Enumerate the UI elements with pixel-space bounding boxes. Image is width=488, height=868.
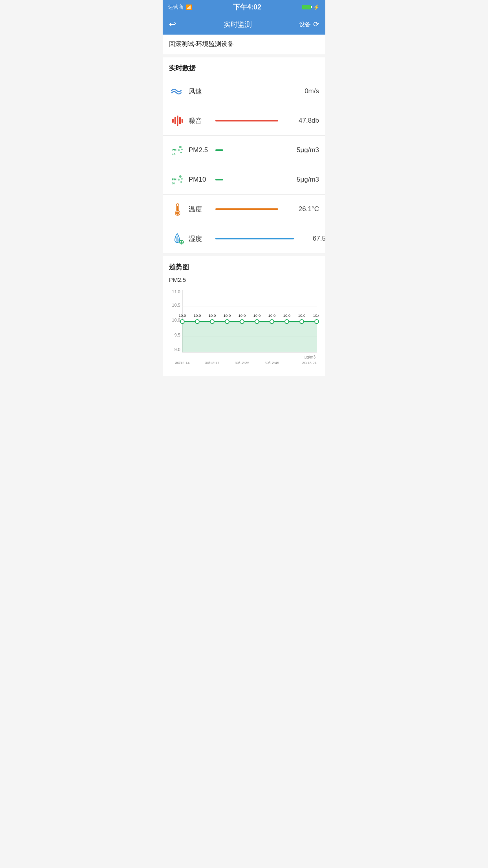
svg-point-41 <box>225 320 229 324</box>
status-bar: 运营商 📶 下午4:02 ⚡ <box>163 0 325 14</box>
svg-text:30/13:21: 30/13:21 <box>302 360 317 365</box>
label-temperature: 温度 <box>189 205 209 214</box>
pm25-chart: 11.0 10.5 10.0 9.5 9.0 10.0 10.0 <box>169 286 319 373</box>
dash-container-pm10 <box>215 179 281 180</box>
svg-text:10.0: 10.0 <box>179 313 186 318</box>
svg-text:10: 10 <box>172 182 175 185</box>
header: ↩ 实时监测 设备 ⟳ <box>163 14 325 35</box>
bar-container-humidity <box>215 238 294 239</box>
label-noise: 噪音 <box>189 116 209 125</box>
back-button[interactable]: ↩ <box>169 19 176 29</box>
svg-point-49 <box>285 320 289 324</box>
data-rows: 风速 0m/s 噪音 47.8db PM 2.5 PM2.5 5μg/m3 PM… <box>163 77 325 253</box>
status-left: 运营商 📶 <box>168 4 192 11</box>
svg-rect-2 <box>177 116 178 126</box>
svg-point-53 <box>315 320 319 324</box>
dash-container-pm25 <box>215 149 281 151</box>
svg-text:30/12:17: 30/12:17 <box>205 360 220 365</box>
header-title: 实时监测 <box>224 20 252 29</box>
realtime-section-label: 实时数据 <box>169 64 196 72</box>
status-right: ⚡ <box>302 4 320 10</box>
icon-humidity <box>169 230 185 247</box>
bar-container-temperature <box>215 208 281 210</box>
value-temperature: 26.1°C <box>288 205 319 213</box>
svg-point-35 <box>180 320 184 324</box>
svg-point-14 <box>181 178 183 180</box>
svg-text:10.5: 10.5 <box>172 303 180 307</box>
svg-text:10.0: 10.0 <box>194 313 201 318</box>
svg-point-9 <box>178 149 180 151</box>
svg-point-39 <box>210 320 214 324</box>
svg-point-8 <box>181 149 183 150</box>
svg-text:10.0: 10.0 <box>313 313 319 318</box>
wifi-icon: 📶 <box>186 4 192 10</box>
value-humidity: 67.5% <box>300 235 325 243</box>
svg-text:μg/m3: μg/m3 <box>305 355 316 359</box>
svg-text:30/12:45: 30/12:45 <box>265 360 279 365</box>
svg-text:11.0: 11.0 <box>172 289 180 294</box>
svg-marker-34 <box>182 322 317 352</box>
label-pm25: PM2.5 <box>189 146 209 154</box>
data-row-temperature[interactable]: 温度 26.1°C <box>163 195 325 224</box>
svg-text:30/12:14: 30/12:14 <box>175 360 190 365</box>
svg-text:30/12:35: 30/12:35 <box>235 360 250 365</box>
label-pm10: PM10 <box>189 176 209 184</box>
bar-noise <box>215 120 278 121</box>
svg-point-37 <box>195 320 199 324</box>
icon-temperature <box>169 201 185 217</box>
data-row-wind[interactable]: 风速 0m/s <box>163 77 325 106</box>
trend-section-title: 趋势图 <box>169 263 319 272</box>
value-wind: 0m/s <box>288 87 319 95</box>
icon-pm10: PM 10 <box>169 171 185 188</box>
svg-text:10.0: 10.0 <box>268 313 276 318</box>
svg-point-51 <box>300 320 304 324</box>
svg-point-47 <box>270 320 274 324</box>
svg-text:9.0: 9.0 <box>174 347 180 352</box>
svg-text:10.0: 10.0 <box>298 313 306 318</box>
svg-point-45 <box>255 320 259 324</box>
data-row-noise[interactable]: 噪音 47.8db <box>163 106 325 136</box>
svg-text:9.5: 9.5 <box>174 333 180 337</box>
svg-point-7 <box>179 146 182 148</box>
bar-humidity <box>215 238 294 239</box>
chart-container: 11.0 10.5 10.0 9.5 9.0 10.0 10.0 <box>169 286 319 373</box>
data-row-pm25[interactable]: PM 2.5 PM2.5 5μg/m3 <box>163 136 325 165</box>
charging-icon: ⚡ <box>313 4 320 10</box>
trend-section: 趋势图 PM2.5 11.0 10.5 10.0 9.5 9.0 10.0 <box>163 256 325 376</box>
value-pm10: 5μg/m3 <box>288 176 319 184</box>
svg-rect-0 <box>172 119 174 123</box>
icon-wind <box>169 83 185 99</box>
svg-rect-1 <box>174 117 176 124</box>
svg-text:10.0: 10.0 <box>253 313 261 318</box>
back-arrow-icon: ↩ <box>169 19 176 29</box>
realtime-section-header: 实时数据 <box>163 57 325 77</box>
svg-text:PM: PM <box>172 148 176 152</box>
bar-temperature <box>215 208 278 210</box>
value-pm25: 5μg/m3 <box>288 146 319 154</box>
svg-point-13 <box>179 175 182 178</box>
refresh-icon: ⟳ <box>313 20 319 29</box>
data-row-humidity[interactable]: 湿度 67.5% <box>163 224 325 253</box>
icon-noise <box>169 112 185 129</box>
svg-rect-3 <box>179 117 181 124</box>
chart-label: PM2.5 <box>169 276 319 283</box>
carrier-label: 运营商 <box>168 4 183 11</box>
dash-pm10 <box>215 179 223 180</box>
svg-text:2.5: 2.5 <box>172 153 176 155</box>
device-refresh-button[interactable]: 设备 ⟳ <box>299 20 319 29</box>
bar-container-noise <box>215 120 281 121</box>
label-humidity: 湿度 <box>189 234 209 243</box>
svg-point-15 <box>178 179 180 181</box>
label-wind: 风速 <box>189 87 209 96</box>
svg-point-10 <box>180 152 182 153</box>
dash-pm25 <box>215 149 223 151</box>
status-time: 下午4:02 <box>233 2 261 12</box>
data-row-pm10[interactable]: PM 10 PM10 5μg/m3 <box>163 165 325 195</box>
svg-point-16 <box>180 181 182 183</box>
svg-text:10.0: 10.0 <box>283 313 291 318</box>
value-noise: 47.8db <box>288 117 319 125</box>
battery-icon <box>302 5 311 9</box>
svg-text:10.0: 10.0 <box>238 313 246 318</box>
svg-rect-18 <box>177 206 178 211</box>
svg-text:10.0: 10.0 <box>172 318 180 322</box>
